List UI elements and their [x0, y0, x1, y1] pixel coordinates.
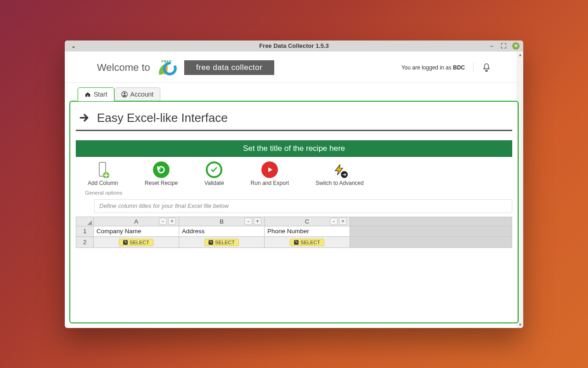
- col-a-remove-button[interactable]: -: [159, 218, 167, 225]
- add-column-icon: [96, 161, 110, 178]
- reset-icon: [153, 161, 170, 178]
- reset-recipe-button[interactable]: Reset Recipe: [145, 161, 178, 186]
- login-status: You are logged in as BDC: [401, 64, 465, 71]
- cell-b1[interactable]: [179, 226, 265, 236]
- home-icon: [85, 91, 91, 98]
- edit-icon: [123, 240, 128, 245]
- notifications-button[interactable]: [482, 63, 491, 73]
- column-header-c[interactable]: C - +: [265, 217, 350, 226]
- login-user: BDC: [453, 64, 465, 71]
- add-column-button[interactable]: Add Column: [88, 161, 118, 186]
- validate-button[interactable]: Validate: [204, 161, 224, 186]
- cell-b2: SELECT: [179, 236, 265, 247]
- tab-start-label: Start: [94, 91, 107, 98]
- logo-icon: [157, 62, 177, 76]
- window-title: Free Data Collector 1.5.3: [65, 42, 523, 49]
- bell-icon: [482, 63, 491, 73]
- select-label: SELECT: [215, 240, 235, 245]
- col-c-add-button[interactable]: +: [339, 218, 347, 225]
- cell-a1-input[interactable]: [94, 226, 179, 236]
- app-logo: FREE: [157, 60, 177, 76]
- window-menu-icon[interactable]: ⌄: [71, 43, 76, 49]
- col-a-add-button[interactable]: +: [168, 218, 176, 225]
- column-header-a[interactable]: A - +: [94, 217, 179, 226]
- lightning-icon: ➜: [331, 161, 348, 178]
- row-header-2[interactable]: 2: [76, 236, 94, 247]
- validate-label: Validate: [204, 180, 224, 186]
- arrow-right-icon: [79, 112, 90, 124]
- cell-a2: SELECT: [94, 236, 179, 247]
- tab-start[interactable]: Start: [78, 87, 114, 101]
- login-prefix: You are logged in as: [401, 64, 453, 71]
- switch-advanced-button[interactable]: ➜ Switch to Advanced: [316, 161, 364, 186]
- client-area: ▲ ▼ Welcome to FREE free data collector …: [65, 52, 523, 328]
- add-column-label: Add Column: [88, 180, 118, 186]
- welcome-text: Welcome to: [97, 62, 150, 74]
- tab-account[interactable]: Account: [114, 87, 161, 101]
- maximize-button[interactable]: ⛶: [500, 43, 507, 49]
- run-export-button[interactable]: Run and Export: [251, 161, 289, 186]
- sheet-corner[interactable]: [76, 217, 94, 226]
- recipe-title-placeholder: Set the title of the recipe here: [243, 144, 345, 153]
- edit-icon: [209, 240, 213, 245]
- user-icon: [121, 91, 128, 98]
- reset-recipe-label: Reset Recipe: [145, 180, 178, 186]
- cell-c2: SELECT: [265, 236, 350, 247]
- divider: [473, 63, 474, 73]
- titlebar: ⌄ Free Data Collector 1.5.3 – ⛶ ✕: [65, 40, 523, 52]
- edit-icon: [294, 240, 299, 245]
- col-b-remove-button[interactable]: -: [244, 218, 252, 225]
- scroll-up-icon[interactable]: ▲: [518, 52, 522, 57]
- action-toolbar: Add Column Reset Recipe Validate: [76, 157, 512, 189]
- tab-account-label: Account: [130, 91, 154, 98]
- page-heading: Easy Excel-like Interface: [97, 111, 228, 125]
- close-button[interactable]: ✕: [512, 42, 520, 50]
- app-banner: free data collector: [184, 60, 275, 75]
- helper-text: Define column titles for your final Exce…: [94, 199, 512, 213]
- general-options-label: General options: [76, 189, 512, 197]
- spreadsheet: A - + B - +: [76, 217, 512, 248]
- scroll-down-icon[interactable]: ▼: [518, 322, 522, 327]
- cell-c1-input[interactable]: [265, 226, 350, 236]
- select-c2-button[interactable]: SELECT: [290, 239, 324, 246]
- select-a2-button[interactable]: SELECT: [119, 239, 153, 246]
- cell-a1[interactable]: [94, 226, 179, 236]
- page-title-row: Easy Excel-like Interface: [76, 109, 512, 131]
- cell-b1-input[interactable]: [179, 226, 264, 236]
- cell-blank: [350, 236, 512, 247]
- row-header-1[interactable]: 1: [76, 226, 94, 236]
- column-header-blank: [350, 217, 512, 226]
- tab-row: Start Account: [65, 87, 523, 101]
- app-window: ⌄ Free Data Collector 1.5.3 – ⛶ ✕ ▲ ▼ We…: [65, 40, 523, 328]
- select-b2-button[interactable]: SELECT: [204, 239, 239, 246]
- cell-c1[interactable]: [265, 226, 350, 236]
- app-header: Welcome to FREE free data collector You …: [65, 52, 523, 83]
- recipe-title-input[interactable]: Set the title of the recipe here: [76, 140, 512, 157]
- play-icon: [261, 161, 278, 178]
- column-header-b[interactable]: B - +: [179, 217, 265, 226]
- select-label: SELECT: [300, 240, 320, 245]
- main-panel: Easy Excel-like Interface Set the title …: [69, 101, 519, 323]
- col-c-remove-button[interactable]: -: [330, 218, 338, 225]
- cell-blank: [350, 226, 512, 236]
- minimize-button[interactable]: –: [488, 43, 495, 49]
- switch-advanced-label: Switch to Advanced: [316, 180, 364, 186]
- svg-point-1: [124, 92, 125, 94]
- validate-icon: [206, 161, 222, 178]
- select-label: SELECT: [130, 240, 149, 245]
- run-export-label: Run and Export: [251, 180, 289, 186]
- col-b-add-button[interactable]: +: [254, 218, 261, 225]
